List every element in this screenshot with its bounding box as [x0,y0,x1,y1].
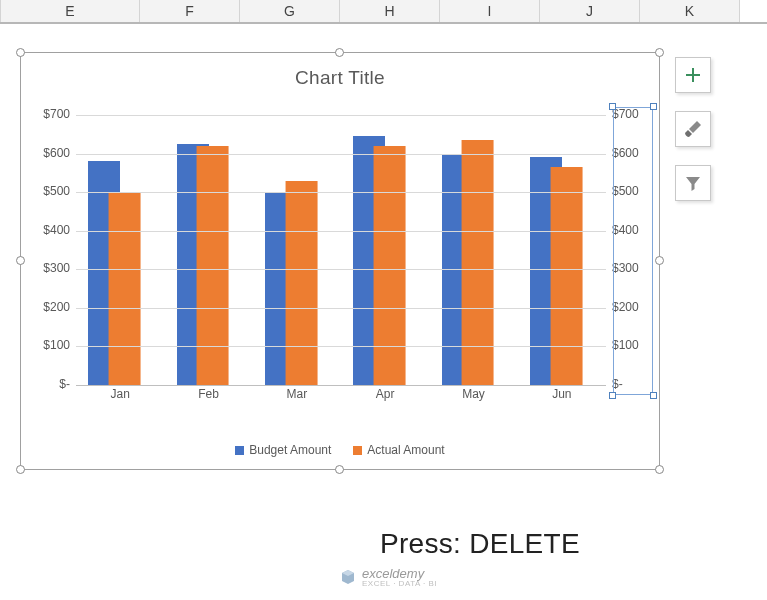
gridline [76,269,606,270]
category-label: Jan [76,387,164,407]
col-header-J[interactable]: J [540,0,640,22]
col-header-H[interactable]: H [340,0,440,22]
col-header-G[interactable]: G [240,0,340,22]
gridline [76,154,606,155]
chart-object[interactable]: Chart Title JanFebMarAprMayJun $700$700$… [20,52,660,470]
legend-swatch-icon [353,446,362,455]
bar-group [76,115,164,385]
watermark: exceldemy EXCEL · DATA · BI [340,566,437,588]
column-headers: E F G H I J K [0,0,767,24]
legend-item-actual[interactable]: Actual Amount [353,443,444,457]
gridline [76,308,606,309]
category-label: Apr [341,387,429,407]
legend-label: Budget Amount [249,443,331,457]
y-axis-label: $200 [24,300,70,314]
instruction-text: Press: DELETE [380,528,580,560]
legend-label: Actual Amount [367,443,444,457]
bar-group [164,115,252,385]
chart-styles-button[interactable] [675,111,711,147]
col-header-I[interactable]: I [440,0,540,22]
secondary-y-axis-label[interactable]: $100 [612,338,658,352]
bar-actual[interactable] [550,167,582,385]
selection-handle[interactable] [335,48,344,57]
category-label: Feb [164,387,252,407]
col-header-K[interactable]: K [640,0,740,22]
bar-actual[interactable] [285,181,317,385]
bar-group [341,115,429,385]
selection-handle[interactable] [335,465,344,474]
gridline [76,192,606,193]
y-axis-label: $300 [24,261,70,275]
axis-selection-handle[interactable] [650,392,657,399]
gridline [76,115,606,116]
secondary-y-axis-label[interactable]: $300 [612,261,658,275]
secondary-y-axis-label[interactable]: $500 [612,184,658,198]
gridline [76,346,606,347]
gridline [76,385,606,386]
chart-elements-button[interactable] [675,57,711,93]
y-axis-label: $700 [24,107,70,121]
bar-group [253,115,341,385]
bars-container [76,115,606,385]
secondary-y-axis-label[interactable]: $- [612,377,658,391]
y-axis-label: $400 [24,223,70,237]
legend-item-budget[interactable]: Budget Amount [235,443,331,457]
y-axis-label: $600 [24,146,70,160]
col-header-E[interactable]: E [0,0,140,22]
bar-actual[interactable] [374,146,406,385]
y-axis-label: $100 [24,338,70,352]
plus-icon [684,66,702,84]
bar-actual[interactable] [197,146,229,385]
chart-filter-button[interactable] [675,165,711,201]
y-axis-label: $- [24,377,70,391]
gridline [76,231,606,232]
category-axis[interactable]: JanFebMarAprMayJun [76,387,606,407]
brush-icon [683,119,703,139]
category-label: May [429,387,517,407]
bar-group [518,115,606,385]
selection-handle[interactable] [655,465,664,474]
category-label: Mar [253,387,341,407]
secondary-y-axis-label[interactable]: $700 [612,107,658,121]
bar-actual[interactable] [109,192,141,385]
secondary-y-axis-label[interactable]: $400 [612,223,658,237]
col-header-F[interactable]: F [140,0,240,22]
bar-actual[interactable] [462,140,494,385]
axis-selection-handle[interactable] [609,392,616,399]
watermark-tagline: EXCEL · DATA · BI [362,579,437,588]
selection-handle[interactable] [655,48,664,57]
legend-swatch-icon [235,446,244,455]
funnel-icon [684,174,702,192]
plot-area[interactable]: JanFebMarAprMayJun $700$700$600$600$500$… [76,115,606,385]
secondary-y-axis-label[interactable]: $200 [612,300,658,314]
chart-side-buttons [675,57,711,201]
selection-handle[interactable] [16,48,25,57]
chart-title[interactable]: Chart Title [21,53,659,89]
selection-handle[interactable] [16,465,25,474]
y-axis-label: $500 [24,184,70,198]
secondary-y-axis-label[interactable]: $600 [612,146,658,160]
chart-legend[interactable]: Budget Amount Actual Amount [21,443,659,457]
bar-group [429,115,517,385]
category-label: Jun [518,387,606,407]
cube-icon [340,569,356,585]
